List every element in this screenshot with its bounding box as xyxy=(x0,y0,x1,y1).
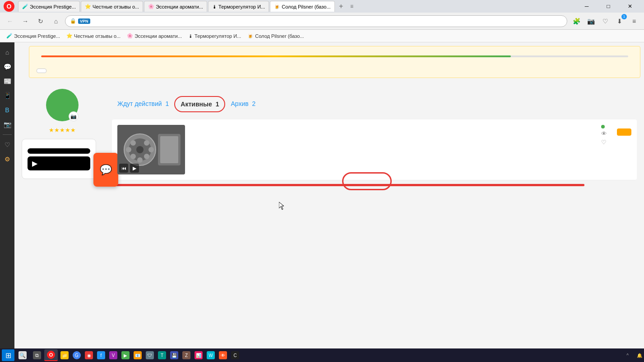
listing-card: ⏮ ▶ xyxy=(112,119,637,180)
phone-mockup: 💬 xyxy=(93,153,118,187)
taskbar-chrome-icon[interactable]: G xyxy=(71,349,83,361)
browser-logo[interactable]: O xyxy=(4,1,14,12)
svg-point-3 xyxy=(136,146,144,153)
taskbar-app7-icon[interactable]: 📧 xyxy=(132,349,144,361)
taskbar-app13-icon[interactable]: W xyxy=(205,349,217,361)
sidebar-instagram-icon[interactable]: 📷 xyxy=(1,118,14,131)
svg-point-9 xyxy=(126,147,131,152)
security-show-more-button[interactable] xyxy=(37,69,46,73)
start-button[interactable]: ⊞ xyxy=(2,349,14,361)
taskbar-app14-icon[interactable]: 👁 xyxy=(217,349,229,361)
listing-thumbnail[interactable]: ⏮ ▶ xyxy=(117,125,185,174)
taskbar-app15-icon[interactable]: C xyxy=(229,349,241,361)
taskbar-search-icon[interactable]: 🔍 xyxy=(16,349,29,361)
rating-stars: ★★★★★ xyxy=(49,127,76,133)
red-divider xyxy=(112,184,584,186)
google-play-button[interactable]: ▶ xyxy=(28,156,90,170)
tab-archive[interactable]: Архив 2 xyxy=(225,96,261,112)
download-badge: 1 xyxy=(621,14,627,19)
profile-sidebar: 📷 ★★★★★ xyxy=(22,89,103,190)
taskbar-app8-icon[interactable]: 🛡 xyxy=(144,349,156,361)
app-store-button[interactable] xyxy=(28,148,90,154)
tab-waiting[interactable]: Ждут действий 1 xyxy=(112,96,174,112)
bookmark-3[interactable]: 🌸Эссенции аромати... xyxy=(124,31,185,41)
tab-archive-count: 2 xyxy=(252,100,256,107)
bookmark-1[interactable]: 🧪Эссенция Prestige... xyxy=(4,31,63,41)
tab-4[interactable]: 🌡Терморегулятор И... xyxy=(208,1,269,12)
taskbar-opera-item[interactable]: O xyxy=(44,349,58,361)
listing-play-button[interactable]: ▶ xyxy=(130,164,139,173)
security-progress xyxy=(41,55,628,57)
back-button[interactable]: ← xyxy=(4,15,16,27)
minimize-button[interactable]: ─ xyxy=(576,0,597,13)
sidebar-heart-icon[interactable]: ♡ xyxy=(1,138,14,151)
taskbar-file-icon[interactable]: 📁 xyxy=(59,349,70,361)
forward-button[interactable]: → xyxy=(19,15,32,27)
svg-point-8 xyxy=(130,154,136,159)
taskbar-app9-icon[interactable]: T xyxy=(156,349,168,361)
tab-5[interactable]: 🍺Солод Pilsner (базо... xyxy=(270,1,334,12)
bookmark-2[interactable]: ⭐Честные отзывы о... xyxy=(64,31,123,41)
sidebar-home-icon[interactable]: ⌂ xyxy=(1,46,14,59)
taskbar-app3-icon[interactable]: ◉ xyxy=(83,349,95,361)
svg-point-5 xyxy=(148,147,154,152)
listing-active-dot xyxy=(601,125,605,128)
tab-archive-label: Архив xyxy=(231,100,248,107)
page-content: 📷 ★★★★★ xyxy=(14,42,644,348)
snapshot-button[interactable]: 📷 xyxy=(584,15,597,27)
avatar-camera-icon[interactable]: 📷 xyxy=(69,111,79,121)
vpn-badge: VPN xyxy=(78,18,90,24)
browser-tabs: 🧪Эссенция Prestige... ⭐Честные отзывы о.… xyxy=(18,1,576,12)
taskbar-task-view-icon[interactable]: ⧉ xyxy=(31,349,43,361)
avatar-container: 📷 ★★★★★ xyxy=(22,89,103,133)
tab-1[interactable]: 🧪Эссенция Prestige... xyxy=(18,1,80,12)
tab-active[interactable]: Активные 1 xyxy=(174,96,225,112)
sidebar-whatsapp-icon[interactable]: 📱 xyxy=(1,89,14,102)
sidebar-settings-icon[interactable]: ⚙ xyxy=(1,153,14,165)
heart-button[interactable]: ♡ xyxy=(599,15,612,27)
profile-rating: ★★★★★ xyxy=(47,127,78,133)
download-button[interactable]: ⬇ 1 xyxy=(613,15,626,27)
listing-prev-button[interactable]: ⏮ xyxy=(119,164,128,173)
title-bar: O 🧪Эссенция Prestige... ⭐Честные отзывы … xyxy=(0,0,644,13)
ssl-lock-icon: 🔒 xyxy=(70,18,76,24)
listing-info xyxy=(192,125,594,127)
security-banner xyxy=(29,46,640,78)
tab-3[interactable]: 🌸Эссенции аромати... xyxy=(144,1,207,12)
tabs-list-button[interactable]: ≡ xyxy=(347,1,357,12)
extensions-button[interactable]: 🧩 xyxy=(570,15,583,27)
close-button[interactable]: ✕ xyxy=(620,0,640,13)
svg-point-10 xyxy=(130,140,136,146)
profile-area: 📷 ★★★★★ xyxy=(14,82,644,197)
tab-2[interactable]: ⭐Честные отзывы о... xyxy=(81,1,143,12)
sidebar-messenger-icon[interactable]: 💬 xyxy=(1,60,14,73)
home-button[interactable]: ⌂ xyxy=(50,15,62,27)
taskbar-app11-icon[interactable]: Z xyxy=(181,349,192,361)
listing-boost-button[interactable] xyxy=(617,128,631,136)
menu-button[interactable]: ≡ xyxy=(628,15,640,27)
listing-media-controls: ⏮ ▶ xyxy=(119,164,139,173)
taskbar-notifications[interactable]: 🔔 xyxy=(637,353,642,358)
opera-icon: O xyxy=(47,351,55,359)
taskbar-show-desktop[interactable]: ^ xyxy=(626,353,629,358)
maximize-button[interactable]: □ xyxy=(598,0,619,13)
taskbar-app6-icon[interactable]: ▶ xyxy=(120,349,131,361)
refresh-button[interactable]: ↻ xyxy=(34,15,47,27)
sidebar-vk-icon[interactable]: В xyxy=(1,104,14,116)
bookmark-5[interactable]: 🍺Солод Pilsner (базо... xyxy=(245,31,306,41)
bookmark-4[interactable]: 🌡Терморегулятор И... xyxy=(185,31,244,41)
sidebar-divider xyxy=(3,134,12,135)
nav-bar: ← → ↻ ⌂ 🔒 VPN 🧩 📷 ♡ ⬇ 1 ≡ xyxy=(0,13,644,30)
google-icon: ▶ xyxy=(32,159,37,168)
new-tab-button[interactable]: + xyxy=(336,1,347,12)
taskbar-app10-icon[interactable]: 💾 xyxy=(168,349,180,361)
listing-actions xyxy=(617,125,631,136)
browser-sidebar: ⌂ 💬 📰 📱 В 📷 ♡ ⚙ xyxy=(0,42,14,348)
windows-taskbar: ⊞ 🔍 ⧉ O 📁 G ◉ f V ▶ 📧 🛡 T 💾 Z 📊 W 👁 C ^ xyxy=(0,348,644,362)
sidebar-news-icon[interactable]: 📰 xyxy=(1,75,14,87)
taskbar-app4-icon[interactable]: f xyxy=(95,349,107,361)
taskbar-app5-icon[interactable]: V xyxy=(107,349,119,361)
address-bar[interactable]: 🔒 VPN xyxy=(65,15,567,27)
taskbar-app12-icon[interactable]: 📊 xyxy=(193,349,204,361)
listing-views-row: 👁 xyxy=(601,130,610,137)
